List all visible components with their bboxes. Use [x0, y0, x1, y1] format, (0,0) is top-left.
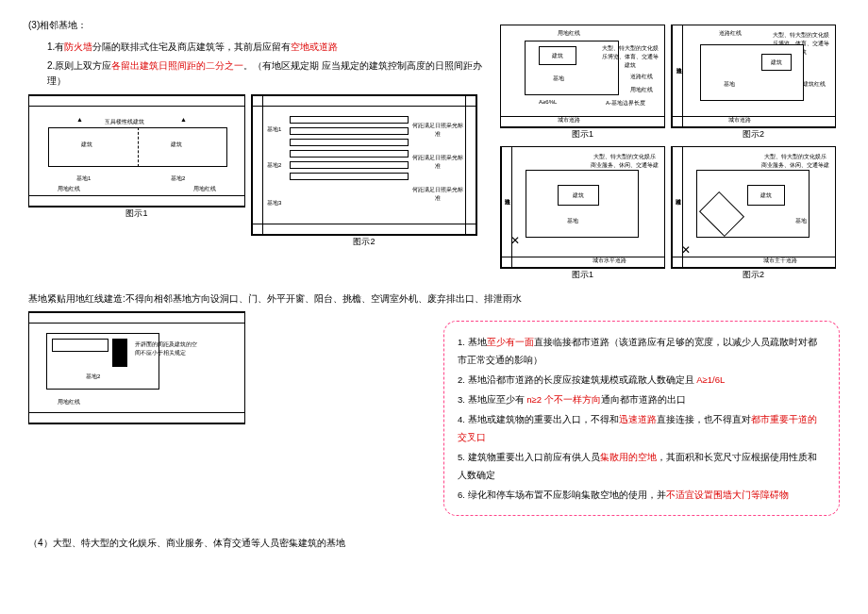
- diagram-tr2: 道路红线 大型、特大型的文化娱乐博览、体育、交通等建筑 建筑 基地 建筑红线 快…: [671, 25, 836, 128]
- arrow-icon: ▲: [76, 116, 83, 123]
- diagram-tr1: 用地红线 建筑 基地 道路红线 用地红线 A≥6%L A-基地边界长度 城市道路…: [500, 25, 665, 128]
- d1-b1: 建筑: [81, 141, 92, 149]
- r2a: 2.原则上双方应: [47, 60, 111, 71]
- tr1-redline2: 用地红线: [630, 86, 653, 94]
- diagram-7: 开辟面的间距及建筑的空间不应小于相关规定 基地2 用地红线: [28, 311, 245, 424]
- cross-icon: ✕: [510, 234, 520, 247]
- tr1-min: A≥6%L: [539, 99, 557, 105]
- callout-4: 4. 基地或建筑物的重要出入口，不得和迅速道路直接连接，也不得直对都市重要干道的…: [458, 410, 826, 446]
- callout-5: 5. 建筑物重要出入口前应有供人员集散用的空地，其面积和长宽尺寸应根据使用性质和…: [458, 448, 826, 484]
- br2-building: 建筑: [747, 185, 785, 206]
- br1-street: 城市水平道路: [593, 257, 626, 265]
- section3-heading: (3)相邻基地：: [28, 19, 491, 32]
- r2b: 各留出建筑日照间距的二分之一: [111, 60, 243, 71]
- tr1-redline: 用地红线: [558, 29, 580, 38]
- r1c: 分隔的联排式住宅及商店建筑等，其前后应留有: [92, 41, 291, 52]
- callout-2: 2. 基地沿都市道路的长度应按建筑规模或疏散人数确定且 A≥1/6L: [458, 371, 826, 389]
- tr1-building: 建筑: [539, 46, 576, 65]
- tr2-street: 城市道路: [728, 116, 751, 124]
- d2-a1: 何距满足日照采光标准: [411, 122, 463, 139]
- d2-s1: 基地1: [267, 125, 281, 134]
- br1-building: 建筑: [558, 185, 599, 206]
- br2-street2: 城市主干道路: [763, 257, 797, 265]
- tr1-caption: 图示1: [500, 128, 665, 141]
- d2-a2: 何距满足日照采光标准: [411, 154, 463, 171]
- d7-note: 开辟面的间距及建筑的空间不应小于相关规定: [135, 340, 201, 357]
- d2-caption: 图示2: [251, 236, 477, 248]
- d2-s3: 基地3: [267, 199, 281, 207]
- callout-box: 1. 基地至少有一面直接临接都市道路（该道路应有足够的宽度，以减少人员疏散时对都…: [443, 321, 840, 516]
- d7-redline: 用地红线: [58, 398, 80, 407]
- tr2-building: 建筑: [761, 54, 792, 71]
- tr1-site: 基地: [553, 75, 564, 83]
- d7-site: 基地2: [86, 373, 100, 381]
- d1-caption: 图示1: [28, 207, 245, 220]
- diagram-2: 基地1 基地2 基地3 何距满足日照采光标准 何距满足日照采光标准 何距满足日照…: [251, 94, 477, 236]
- callout-6: 6. 绿化和停车场布置不应影响集散空地的使用，并不适宜设置围墙大门等障碍物: [458, 486, 826, 504]
- d2-s2: 基地2: [267, 161, 281, 170]
- d1-redline2: 用地红线: [193, 185, 216, 193]
- diagram-br1: 大型、特大型的文化娱乐 商业服务、休闲、交通等建筑 建筑 基地 快速道路 ✕ 城…: [500, 146, 665, 269]
- tr1-roadred: 道路红线: [630, 73, 653, 81]
- cross-icon: ✕: [681, 243, 691, 257]
- rule-1: 1.有防火墙分隔的联排式住宅及商店建筑等，其前后应留有空地或道路: [47, 40, 491, 55]
- callout-3: 3. 基地应至少有 n≥2 个不一样方向通向都市道路的出口: [458, 390, 826, 408]
- tr2-redline: 建筑红线: [803, 80, 826, 89]
- tr2-roadred: 道路红线: [719, 29, 742, 38]
- tr1-note: 大型、特大型的文化娱乐博览、体育、交通等建筑: [602, 44, 659, 70]
- d1-toplabel: 互具楼性线建筑: [105, 118, 144, 126]
- tr2-caption: 图示2: [671, 128, 836, 141]
- arrow-icon: ▲: [180, 116, 187, 123]
- d2-a3: 何距满足日照采光标准: [411, 186, 463, 203]
- r1d: 空地或道路: [291, 41, 338, 52]
- section4-heading: （4）大型、特大型的文化娱乐、商业服务、体育交通等人员密集建筑的基地: [28, 537, 840, 550]
- tr2-site: 基地: [724, 80, 735, 89]
- tr1-street: 城市道路: [558, 116, 580, 124]
- diagram-1: 互具楼性线建筑 ▲ ▲ 建筑 建筑 基地1 基地2 用地红线 用地红线: [28, 94, 245, 207]
- callout-1: 1. 基地至少有一面直接临接都市道路（该道路应有足够的宽度，以减少人员疏散时对都…: [458, 333, 826, 369]
- diagram-br2: 大型、特大型的文化娱乐 商业服务、休闲、交通等建筑 建筑 基地 城市道路 ✕ 城…: [671, 146, 836, 269]
- d1-site2: 基地2: [171, 174, 185, 183]
- d1-redline: 用地红线: [58, 185, 80, 193]
- br2-site: 基地: [795, 217, 807, 225]
- d1-site1: 基地1: [76, 174, 91, 183]
- br1-caption: 图示1: [500, 269, 665, 281]
- br2-caption: 图示2: [671, 269, 836, 281]
- rule-2: 2.原则上双方应各留出建筑日照间距的二分之一。（有地区规定期 应当规定的建筑控制…: [47, 58, 491, 89]
- br1-site: 基地: [567, 217, 578, 225]
- mid-rule: 基地紧贴用地红线建造:不得向相邻基地方向设洞口、门、外平开窗、阳台、挑檐、空调室…: [28, 292, 840, 306]
- r1b: 防火墙: [64, 41, 92, 52]
- d1-b2: 建筑: [171, 141, 182, 149]
- tr1-dim: A-基地边界长度: [606, 99, 645, 108]
- r1a: 1.有: [47, 41, 64, 52]
